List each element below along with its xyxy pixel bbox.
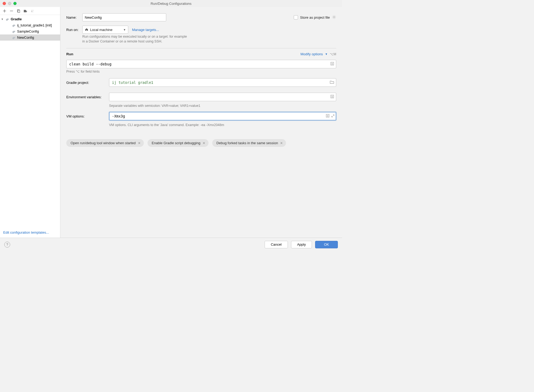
gradle-icon xyxy=(5,17,10,21)
option-chip[interactable]: Enable Gradle script debugging ✕ xyxy=(148,139,208,147)
config-panel: Name: Store as project file Run on: Loca… xyxy=(60,7,342,238)
runon-hint: Run configurations may be executed local… xyxy=(82,34,221,44)
tree-item-label: NewConfig xyxy=(17,36,34,40)
runon-label: Run on: xyxy=(66,28,82,32)
close-icon[interactable]: ✕ xyxy=(203,141,205,145)
store-as-project-label: Store as project file xyxy=(300,15,330,19)
close-icon[interactable]: ✕ xyxy=(280,141,283,145)
env-label: Environment variables: xyxy=(66,95,109,99)
remove-config-icon[interactable] xyxy=(10,9,13,13)
store-as-project-checkbox[interactable] xyxy=(294,15,298,19)
gradle-project-input[interactable] xyxy=(109,78,336,87)
tasks-input[interactable] xyxy=(66,60,336,68)
env-input[interactable] xyxy=(109,93,336,101)
folder-icon[interactable] xyxy=(330,80,334,85)
gear-icon[interactable] xyxy=(332,15,336,20)
copy-config-icon[interactable] xyxy=(17,9,20,13)
option-chips: Open run/debug tool window when started … xyxy=(66,139,336,147)
sidebar-toolbar: az xyxy=(0,7,60,15)
modify-options-link[interactable]: Modify options xyxy=(300,52,323,56)
divider xyxy=(66,48,336,48)
list-icon[interactable] xyxy=(326,114,330,119)
home-icon xyxy=(85,28,88,32)
tree-item[interactable]: ij_tutorial_gradle1 [init] xyxy=(0,22,60,28)
tree-item-selected[interactable]: NewConfig xyxy=(0,34,60,41)
ok-button[interactable]: OK xyxy=(315,241,338,248)
close-icon[interactable]: ✕ xyxy=(138,141,141,145)
chip-label: Enable Gradle script debugging xyxy=(152,141,200,145)
cancel-button[interactable]: Cancel xyxy=(265,241,288,248)
apply-button[interactable]: Apply xyxy=(291,241,312,248)
run-section-title: Run xyxy=(66,52,73,56)
tree-group-label: Gradle xyxy=(11,17,22,21)
svg-rect-1 xyxy=(18,10,20,13)
add-config-icon[interactable] xyxy=(3,9,6,13)
tree-item-label: SampleConfig xyxy=(17,29,39,33)
gradle-project-label: Gradle project: xyxy=(66,81,109,85)
modify-shortcut: ⌥M xyxy=(330,52,336,56)
tree-group-gradle[interactable]: ▾ Gradle xyxy=(0,16,60,22)
vm-options-input[interactable] xyxy=(109,112,336,120)
runon-select[interactable]: Local machine ▼ xyxy=(82,26,128,34)
expand-icon[interactable] xyxy=(331,114,335,118)
save-config-icon[interactable] xyxy=(24,9,28,13)
chevron-down-icon: ▼ xyxy=(123,28,126,31)
window-title: Run/Debug Configurations xyxy=(0,2,342,6)
tree-item-label: ij_tutorial_gradle1 [init] xyxy=(17,23,52,27)
svg-text:z: z xyxy=(33,11,33,13)
titlebar: Run/Debug Configurations xyxy=(0,0,342,7)
config-tree: ▾ Gradle ij_tutorial_gradle1 [init] Samp… xyxy=(0,15,60,228)
chip-label: Open run/debug tool window when started xyxy=(71,141,136,145)
chevron-down-icon: ▾ xyxy=(2,18,4,21)
manage-targets-link[interactable]: Manage targets... xyxy=(132,28,159,32)
vm-label: VM options: xyxy=(66,114,109,118)
gradle-icon xyxy=(12,29,16,34)
chip-label: Debug forked tasks in the same session xyxy=(216,141,278,145)
edit-templates-link[interactable]: Edit configuration templates... xyxy=(3,230,49,234)
option-chip[interactable]: Open run/debug tool window when started … xyxy=(66,139,144,147)
sort-config-icon[interactable]: az xyxy=(31,9,34,13)
svg-point-4 xyxy=(334,16,335,18)
name-label: Name: xyxy=(66,15,82,19)
dialog-footer: ? Cancel Apply OK xyxy=(0,238,342,251)
gradle-icon xyxy=(12,36,16,40)
list-icon[interactable] xyxy=(330,95,334,99)
name-input[interactable] xyxy=(82,13,166,21)
runon-value: Local machine xyxy=(90,28,113,32)
chevron-down-icon: ▼ xyxy=(325,53,328,56)
tree-item[interactable]: SampleConfig xyxy=(0,28,60,34)
gradle-icon xyxy=(12,23,16,28)
configurations-sidebar: az ▾ Gradle ij_tutorial_gradle1 [init] S… xyxy=(0,7,60,238)
help-icon[interactable]: ? xyxy=(4,242,10,248)
vm-hint: VM options. CLI arguments to the 'Java' … xyxy=(109,123,336,127)
list-icon[interactable] xyxy=(330,62,334,66)
tasks-hint: Press ⌥ for field hints xyxy=(66,69,336,73)
env-hint: Separate variables with semicolon: VAR=v… xyxy=(109,104,336,108)
option-chip[interactable]: Debug forked tasks in the same session ✕ xyxy=(212,139,286,147)
